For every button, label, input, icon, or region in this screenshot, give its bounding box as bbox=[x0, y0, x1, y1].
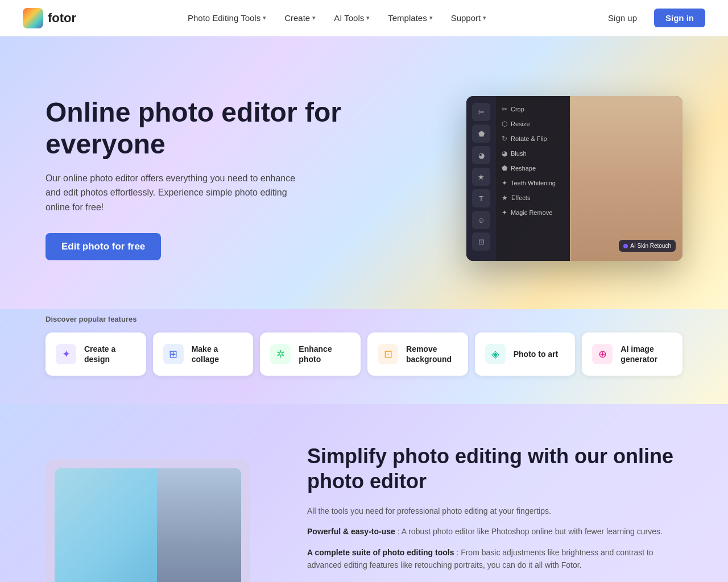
ai-skin-badge: AI Skin Retouch bbox=[619, 240, 676, 252]
bm-landscape-photo bbox=[55, 468, 157, 582]
crop-icon: ✂ bbox=[502, 105, 507, 113]
signup-button[interactable]: Sign up bbox=[598, 9, 647, 27]
nav-item-ai-tools[interactable]: AI Tools ▾ bbox=[326, 9, 378, 27]
bm-right-panel bbox=[157, 468, 241, 582]
enhance-photo-icon: ✲ bbox=[270, 344, 291, 364]
bm-portrait-photo bbox=[157, 468, 241, 582]
editor-mockup: ✂ ⬟ ◕ ★ T ☺ ⊡ ✂ Crop ⬡ bbox=[466, 96, 682, 261]
panel-magic-remove[interactable]: ✦ Magic Remove bbox=[496, 205, 570, 220]
discover-label: Discover popular features bbox=[46, 309, 682, 323]
bottom-mockup: Freeform 1:1 3:4 16:9 bbox=[46, 459, 250, 582]
nav-item-photo-editing[interactable]: Photo Editing Tools ▾ bbox=[180, 9, 274, 27]
feature-card-photo-to-art[interactable]: ◈ Photo to art bbox=[475, 332, 576, 376]
sidebar-beauty-icon: ◕ bbox=[472, 146, 490, 164]
bottom-content: Simplify photo editing with our online p… bbox=[307, 444, 682, 582]
navigation: fotor Photo Editing Tools ▾ Create ▾ AI … bbox=[0, 0, 728, 36]
powerful-rest: : A robust photo editor like Photoshop o… bbox=[398, 527, 663, 536]
bottom-mockup-inner bbox=[55, 468, 241, 582]
feature-card-enhance-photo[interactable]: ✲ Enhance photo bbox=[260, 332, 361, 376]
hero-cta-button[interactable]: Edit photo for free bbox=[46, 233, 161, 260]
sidebar-crop-icon: ✂ bbox=[472, 103, 490, 121]
features-section: Discover popular features ✦ Create a des… bbox=[0, 309, 728, 404]
panel-reshape[interactable]: ⬟ Reshape bbox=[496, 161, 570, 176]
all-tools-text: All the tools you need for professional … bbox=[307, 505, 682, 517]
effects-icon: ★ bbox=[502, 194, 508, 202]
logo[interactable]: fotor bbox=[23, 8, 76, 28]
remove-bg-icon: ⊡ bbox=[378, 344, 398, 364]
bottom-section: Freeform 1:1 3:4 16:9 Simplify photo edi… bbox=[0, 404, 728, 582]
panel-resize[interactable]: ⬡ Resize bbox=[496, 117, 570, 131]
feature-card-remove-bg[interactable]: ⊡ Remove background bbox=[367, 332, 468, 376]
hero-subtitle: Our online photo editor offers everythin… bbox=[46, 171, 307, 215]
chevron-down-icon: ▾ bbox=[483, 14, 486, 22]
panel-blush[interactable]: ◕ Blush bbox=[496, 146, 570, 161]
editor-panel: ✂ Crop ⬡ Resize ↻ Rotate & Flip ◕ Blush bbox=[496, 96, 570, 261]
powerful-point: Powerful & easy-to-use : A robust photo … bbox=[307, 525, 682, 538]
editor-main: ✂ Crop ⬡ Resize ↻ Rotate & Flip ◕ Blush bbox=[496, 96, 682, 261]
nav-item-templates[interactable]: Templates ▾ bbox=[380, 9, 440, 27]
editor-photo-face bbox=[570, 96, 682, 261]
panel-effects[interactable]: ★ Effects bbox=[496, 190, 570, 205]
hero-title: Online photo editor for everyone bbox=[46, 97, 341, 159]
suite-point: A complete suite of photo editing tools … bbox=[307, 546, 682, 572]
signin-button[interactable]: Sign in bbox=[654, 9, 705, 27]
bottom-image-area: Freeform 1:1 3:4 16:9 bbox=[46, 459, 273, 582]
sidebar-text-icon: T bbox=[472, 189, 490, 207]
sidebar-frame-icon: ⊡ bbox=[472, 232, 490, 251]
nav-item-support[interactable]: Support ▾ bbox=[443, 9, 495, 27]
feature-card-ai-generator[interactable]: ⊕ AI image generator bbox=[582, 332, 682, 376]
chevron-down-icon: ▾ bbox=[263, 14, 266, 22]
feature-card-make-collage[interactable]: ⊞ Make a collage bbox=[153, 332, 254, 376]
sidebar-sticker-icon: ☺ bbox=[472, 211, 490, 229]
hero-section: Online photo editor for everyone Our onl… bbox=[0, 36, 728, 309]
sidebar-adjust-icon: ⬟ bbox=[472, 124, 490, 143]
reshape-icon: ⬟ bbox=[502, 164, 507, 172]
hero-content: Online photo editor for everyone Our onl… bbox=[46, 97, 341, 260]
nav-links: Photo Editing Tools ▾ Create ▾ AI Tools … bbox=[180, 9, 494, 27]
chevron-down-icon: ▾ bbox=[429, 14, 433, 22]
bm-left-panel bbox=[55, 468, 157, 582]
blush-icon: ◕ bbox=[502, 149, 507, 157]
resize-icon: ⬡ bbox=[502, 120, 507, 128]
editor-sidebar: ✂ ⬟ ◕ ★ T ☺ ⊡ bbox=[466, 96, 496, 261]
logo-icon bbox=[23, 8, 43, 28]
logo-text: fotor bbox=[48, 11, 76, 26]
sidebar-filter-icon: ★ bbox=[472, 168, 490, 186]
panel-teeth[interactable]: ✦ Teeth Whitening bbox=[496, 176, 570, 190]
chevron-down-icon: ▾ bbox=[366, 14, 370, 22]
magic-remove-icon: ✦ bbox=[502, 209, 507, 217]
photo-to-art-icon: ◈ bbox=[485, 344, 506, 364]
bulk-point: Edit photos online in bulk : Edit all yo… bbox=[307, 579, 682, 582]
hero-image-area: ✂ ⬟ ◕ ★ T ☺ ⊡ ✂ Crop ⬡ bbox=[341, 96, 682, 261]
nav-item-create[interactable]: Create ▾ bbox=[276, 9, 324, 27]
nav-actions: Sign up Sign in bbox=[598, 9, 705, 27]
suite-bold: A complete suite of photo editing tools bbox=[307, 548, 454, 557]
create-design-icon: ✦ bbox=[56, 344, 76, 364]
ai-badge-dot bbox=[623, 244, 628, 248]
powerful-bold: Powerful & easy-to-use bbox=[307, 527, 395, 536]
panel-rotate[interactable]: ↻ Rotate & Flip bbox=[496, 131, 570, 146]
bottom-title: Simplify photo editing with our online p… bbox=[307, 444, 682, 493]
ai-generator-icon: ⊕ bbox=[592, 344, 613, 364]
rotate-icon: ↻ bbox=[502, 135, 507, 143]
teeth-icon: ✦ bbox=[502, 179, 507, 187]
make-collage-icon: ⊞ bbox=[163, 344, 184, 364]
features-grid: ✦ Create a design ⊞ Make a collage ✲ Enh… bbox=[46, 332, 682, 376]
chevron-down-icon: ▾ bbox=[312, 14, 316, 22]
feature-card-create-design[interactable]: ✦ Create a design bbox=[46, 332, 146, 376]
panel-crop[interactable]: ✂ Crop bbox=[496, 102, 570, 117]
